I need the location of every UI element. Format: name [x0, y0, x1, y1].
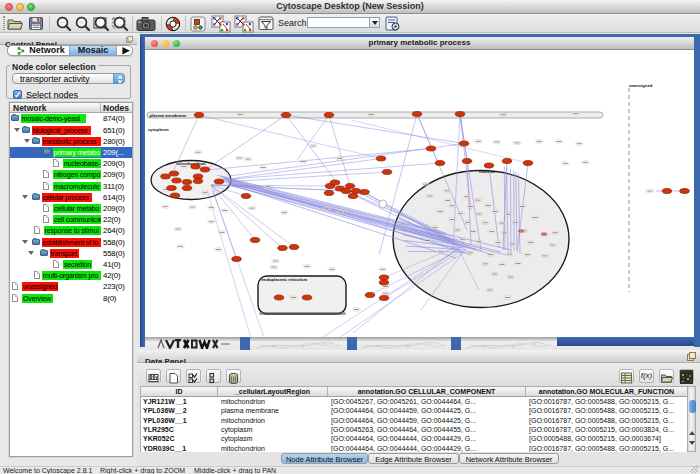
- svg-text:unassigned: unassigned: [629, 83, 653, 88]
- svg-text:cytoplasm: cytoplasm: [148, 127, 169, 132]
- svg-text:plasma membrane: plasma membrane: [150, 113, 187, 118]
- svg-text:nucleus: nucleus: [479, 169, 495, 174]
- svg-text:endoplasmic reticulum: endoplasmic reticulum: [262, 277, 308, 282]
